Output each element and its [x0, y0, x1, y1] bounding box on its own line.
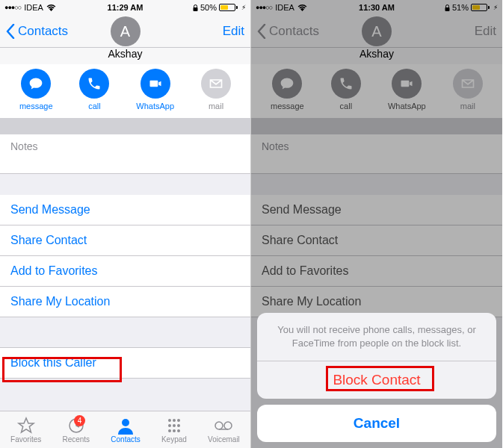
svg-point-4	[173, 419, 176, 422]
mail-action[interactable]: mail	[201, 69, 231, 111]
svg-point-7	[173, 424, 176, 427]
contact-options: Send Message Share Contact Add to Favori…	[0, 195, 250, 317]
lock-icon	[193, 4, 198, 11]
signal-dots-icon: ●●●○○	[4, 4, 21, 11]
annotation-highlight	[326, 366, 434, 391]
call-action[interactable]: call	[79, 69, 109, 111]
add-favorites-item[interactable]: Add to Favorites	[0, 256, 250, 287]
svg-point-2	[122, 419, 129, 426]
video-icon	[141, 69, 170, 99]
tab-label: Favorites	[10, 435, 41, 444]
phone-icon	[79, 69, 109, 99]
cancel-button[interactable]: Cancel	[257, 405, 496, 442]
svg-point-11	[177, 429, 180, 432]
svg-point-9	[168, 429, 171, 432]
tab-label: Contacts	[111, 435, 140, 444]
contact-actions: message call WhatsApp mail	[0, 64, 250, 118]
avatar: A	[111, 16, 141, 46]
share-location-item[interactable]: Share My Location	[0, 287, 250, 317]
status-time: 11:29 AM	[108, 3, 144, 12]
whatsapp-action[interactable]: WhatsApp	[136, 69, 174, 111]
person-icon	[116, 417, 135, 435]
mail-icon	[201, 69, 231, 99]
svg-point-6	[168, 424, 171, 427]
tab-bar: Favorites 4 Recents Contacts Keypad Voic…	[0, 411, 250, 448]
keypad-icon	[164, 417, 184, 435]
call-label: call	[88, 102, 101, 111]
charging-icon: ⚡︎	[241, 4, 246, 11]
tab-contacts[interactable]: Contacts	[111, 417, 140, 444]
divider-strip	[0, 118, 250, 134]
back-button[interactable]: Contacts	[6, 24, 68, 39]
sheet-message: You will not receive phone calls, messag…	[257, 313, 496, 361]
annotation-highlight	[2, 357, 122, 382]
tab-label: Voicemail	[208, 435, 240, 444]
notes-label[interactable]: Notes	[0, 134, 250, 174]
tab-voicemail[interactable]: Voicemail	[208, 417, 240, 444]
tab-keypad[interactable]: Keypad	[161, 417, 187, 444]
tab-label: Keypad	[161, 435, 187, 444]
edit-button[interactable]: Edit	[223, 24, 244, 39]
battery-pct: 50%	[200, 3, 217, 12]
tab-recents[interactable]: 4 Recents	[62, 417, 90, 444]
svg-point-10	[173, 429, 176, 432]
whatsapp-label: WhatsApp	[136, 102, 174, 111]
message-label: message	[19, 102, 53, 111]
carrier-label: IDEA	[24, 3, 43, 12]
share-contact-item[interactable]: Share Contact	[0, 225, 250, 256]
message-action[interactable]: message	[19, 69, 53, 111]
tab-label: Recents	[62, 435, 90, 444]
svg-point-13	[224, 422, 232, 429]
svg-point-5	[177, 419, 180, 422]
mail-label: mail	[209, 102, 223, 111]
status-bar: ●●●○○ IDEA 11:29 AM 50% ⚡︎	[0, 0, 250, 15]
recents-badge: 4	[74, 415, 85, 426]
chevron-left-icon	[6, 24, 15, 39]
svg-point-12	[215, 422, 223, 429]
back-label: Contacts	[18, 24, 68, 39]
voicemail-icon	[214, 417, 233, 435]
tab-favorites[interactable]: Favorites	[10, 417, 41, 444]
send-message-item[interactable]: Send Message	[0, 195, 250, 225]
wifi-icon	[46, 4, 56, 11]
svg-point-8	[177, 424, 180, 427]
message-icon	[21, 69, 51, 99]
svg-rect-0	[193, 7, 197, 11]
battery-icon	[219, 4, 238, 11]
contact-name: Akshay	[0, 48, 250, 60]
svg-point-3	[168, 419, 171, 422]
star-icon	[16, 417, 36, 435]
